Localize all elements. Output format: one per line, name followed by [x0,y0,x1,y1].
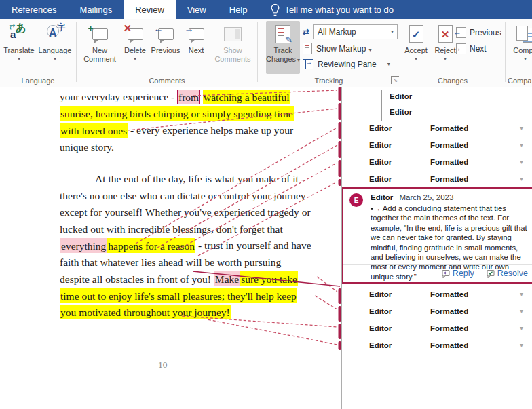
comment-card[interactable]: E Editor March 25, 2023 •→ Add a conclud… [342,187,532,284]
highlighted-text: sunrise, hearing birds chirping or simpl… [60,106,294,121]
document-line: unique story. [60,139,326,156]
revision-row[interactable]: EditorFormatted [342,155,532,172]
track-changes-icon: ✎ [276,25,290,43]
next-change-button[interactable]: → Next [456,43,487,54]
revision-change-type: Formatted [430,175,468,183]
highlighted-text: time out to enjoy life's small pleasures… [60,288,297,303]
reply-button[interactable]: Reply [440,269,474,278]
chevron-down-icon[interactable] [520,158,523,165]
revision-author: Editor [369,158,392,166]
highlighted-text: sure you take [240,271,298,286]
document-line: everythinghappens for a reason - trust i… [60,237,326,254]
revision-row[interactable]: Editor [390,90,525,105]
show-comments-button[interactable]: Show Comments [212,21,253,74]
previous-change-button[interactable]: ← Previous [456,27,501,38]
text-run: faith that whatever lies ahead will be w… [60,256,281,268]
chevron-down-icon[interactable] [520,175,523,182]
paragraph: your everyday experience - from watching… [60,89,326,155]
highlighted-text: with loved ones [60,123,128,138]
reply-icon [440,269,450,278]
compare-button[interactable]: Compa [510,21,532,74]
new-comment-button[interactable]: + New Comment [80,21,119,74]
display-for-review-select[interactable]: All Markup [314,24,398,39]
compare-icon [516,26,532,43]
compare-dropdown[interactable] [524,56,527,62]
language-button[interactable]: A字 Language [37,21,73,74]
track-changes-button[interactable]: ✎ Track Changes [266,21,300,74]
tab-help[interactable]: Help [218,0,259,19]
ribbon-tab-bar: ReferencesMailingsReviewViewHelp Tell me… [0,0,532,19]
previous-comment-button[interactable]: ← Previous [150,21,181,74]
chevron-down-icon[interactable] [520,124,523,132]
show-markup-button[interactable]: Show Markup [303,41,371,56]
chevron-down-icon[interactable] [520,290,523,298]
revision-author: Editor [369,324,392,332]
display-for-review-icon: ⇄ [303,27,309,37]
tab-mailings[interactable]: Mailings [68,0,124,19]
reject-icon: ✕ [438,25,453,43]
revision-change-type: Formatted [430,124,468,132]
revision-author: Editor [369,175,392,183]
document-page[interactable]: your everyday experience - from watching… [0,87,341,409]
reviewing-pane-button[interactable]: Reviewing Pane [303,57,390,71]
document-line: there's no one else who can dictate or c… [60,188,326,205]
revision-row[interactable]: EditorFormatted [342,121,532,138]
revision-change-type: Formatted [430,307,468,315]
text-run: lucked out with incredible blessings, do… [60,223,283,235]
revision-row[interactable]: EditorFormatted [342,138,532,155]
chevron-down-icon[interactable] [520,341,523,349]
text-run: - trust in yourself and have [195,239,311,251]
next-comment-button[interactable]: → Next [183,21,210,74]
track-changes-dropdown[interactable] [297,58,300,63]
text-run: unique story. [60,141,114,153]
revision-row[interactable]: EditorFormatted [342,338,532,355]
comment-date: March 25, 2023 [399,193,453,201]
document-line: except for yourself! Whether you've expe… [60,204,326,221]
revision-author: Editor [369,307,392,315]
reviewing-pane-dropdown[interactable] [387,62,390,67]
highlighted-text: watching a beautiful [203,90,290,104]
reviewing-pane-icon [303,59,314,69]
delete-comment-icon: ✕ [128,28,143,40]
translate-dropdown[interactable] [18,56,20,62]
highlighted-text: from [177,90,200,104]
revision-row[interactable]: EditorFormatted [342,304,532,321]
resolve-button[interactable]: Resolve [485,269,528,278]
text-run: despite all obstacles in front of you! [60,273,214,285]
tracking-group-label: Tracking [258,77,400,85]
accept-button[interactable]: ✓ Accept [402,21,430,74]
delete-comment-button[interactable]: ✕ Delete [121,21,149,74]
accept-dropdown[interactable] [415,56,417,62]
document-line: lucked out with incredible blessings, do… [60,221,326,238]
next-change-icon: → [456,43,466,54]
chevron-down-icon[interactable] [520,324,523,332]
highlighted-text: happens for a reason [107,238,195,253]
tab-review[interactable]: Review [124,0,176,19]
translate-button[interactable]: ⇄あa Translate [3,21,35,74]
text-run: except for yourself! Whether you've expe… [60,206,311,218]
delete-dropdown[interactable] [134,56,136,62]
tell-me-box[interactable]: Tell me what you want to do [263,0,400,19]
tab-references[interactable]: References [0,0,68,19]
reject-dropdown[interactable] [444,56,446,62]
tab-view[interactable]: View [176,0,218,19]
document-line: sunrise, hearing birds chirping or simpl… [60,106,326,123]
changes-group-label: Changes [400,77,505,85]
compare-group-label: Compa [508,77,532,85]
comment-thread-replies: EditorEditor [381,90,525,121]
chevron-down-icon[interactable] [520,141,523,149]
language-dropdown[interactable] [54,56,56,62]
show-markup-icon [303,43,312,54]
formatting-marks: •→ [370,204,381,212]
revision-author: Editor [390,92,412,100]
revision-row[interactable]: Editor [390,105,525,121]
revision-author: Editor [390,108,412,116]
chevron-down-icon[interactable] [520,307,523,315]
revision-row[interactable]: EditorFormatted [342,321,532,338]
comment-actions: Reply Resolve [343,264,532,282]
revision-row[interactable]: EditorFormatted [342,287,532,304]
accept-icon: ✓ [409,25,423,43]
revision-row[interactable]: EditorFormatted [342,172,532,189]
document-line: despite all obstacles in front of you! M… [60,271,326,288]
comment-author: Editor [370,193,393,201]
